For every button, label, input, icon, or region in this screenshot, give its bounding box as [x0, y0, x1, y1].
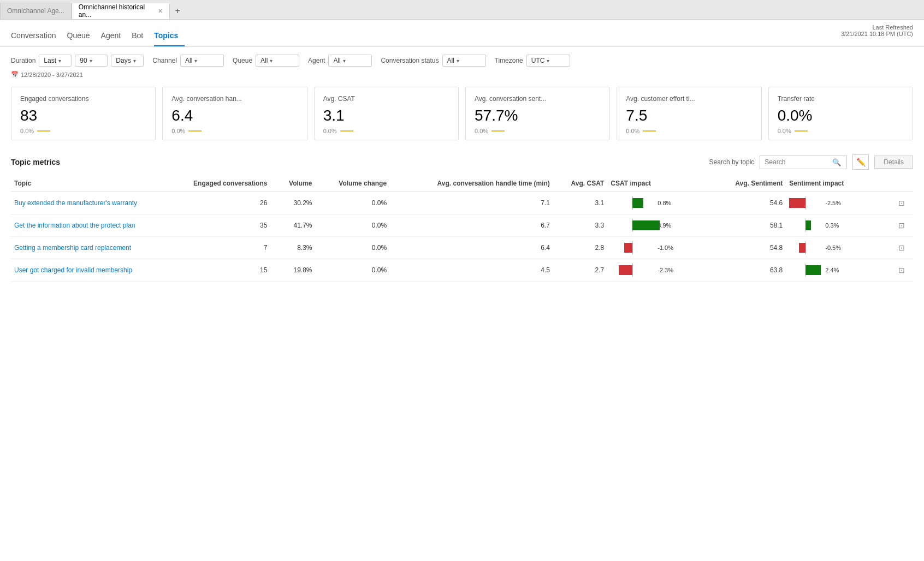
sentiment-impact-cell: -0.5%	[786, 237, 891, 259]
channel-value: All	[185, 57, 192, 64]
avg-csat-cell: 2.7	[553, 259, 607, 282]
pencil-icon: ✏️	[856, 158, 866, 166]
channel-label: Channel	[152, 57, 177, 64]
active-tab-label: Omnichannel historical an...	[79, 3, 155, 19]
kpi-title-1: Avg. conversation han...	[171, 95, 298, 103]
nav-topics[interactable]: Topics	[154, 31, 185, 46]
agent-label: Agent	[308, 57, 325, 64]
metrics-controls: Search by topic 🔍 ✏️ Details	[709, 154, 913, 170]
close-icon[interactable]: ✕	[158, 8, 163, 15]
kpi-change-4: 0.0%	[626, 128, 639, 134]
avg-csat-cell: 3.3	[553, 214, 607, 237]
col-sentiment-impact: Sentiment impact	[786, 175, 891, 192]
date-range-value: 12/28/2020 - 3/27/2021	[21, 71, 83, 78]
filter-icon-button[interactable]: ✏️	[852, 154, 869, 170]
col-topic: Topic	[11, 175, 161, 192]
copy-icon[interactable]: ⊡	[898, 221, 905, 230]
engaged-cell: 7	[161, 237, 271, 259]
table-row[interactable]: Getting a membership card replacement 7 …	[11, 237, 913, 259]
kpi-card-5: Transfer rate 0.0% 0.0%	[768, 87, 913, 140]
kpi-change-2: 0.0%	[323, 128, 337, 134]
queue-label: Queue	[233, 57, 252, 64]
copy-icon-cell[interactable]: ⊡	[891, 259, 913, 282]
kpi-value-1: 6.4	[171, 107, 298, 124]
unit-chevron-icon: ▾	[133, 58, 136, 64]
col-engaged: Engaged conversations	[161, 175, 271, 192]
duration-chevron-icon: ▾	[58, 58, 61, 64]
inactive-tab-label: Omnichannel Age...	[7, 7, 64, 15]
engaged-cell: 15	[161, 259, 271, 282]
table-row[interactable]: User got charged for invalid membership …	[11, 259, 913, 282]
kpi-title-0: Engaged conversations	[20, 95, 146, 103]
volume-change-cell: 0.0%	[316, 259, 390, 282]
avg-csat-cell: 3.1	[553, 192, 607, 214]
copy-icon[interactable]: ⊡	[898, 199, 905, 207]
search-by-topic-label: Search by topic	[709, 158, 755, 166]
kpi-title-2: Avg. CSAT	[323, 95, 449, 103]
avg-handle-cell: 6.4	[390, 237, 553, 259]
col-csat-impact: CSAT impact	[607, 175, 712, 192]
duration-unit-select[interactable]: Days ▾	[111, 55, 144, 67]
calendar-icon: 📅	[11, 71, 19, 78]
kpi-footer-3: 0.0%	[475, 128, 601, 134]
duration-value: Last	[44, 57, 56, 64]
kpi-value-0: 83	[20, 107, 146, 124]
inactive-tab[interactable]: Omnichannel Age...	[0, 3, 72, 19]
avg-handle-cell: 6.7	[390, 214, 553, 237]
volume-cell: 19.8%	[270, 259, 315, 282]
nav-queue[interactable]: Queue	[67, 31, 97, 46]
csat-impact-cell: -1.0%	[607, 237, 712, 259]
active-tab[interactable]: Omnichannel historical an... ✕	[72, 3, 170, 19]
copy-icon-cell[interactable]: ⊡	[891, 237, 913, 259]
search-input[interactable]	[765, 158, 830, 166]
kpi-card-3: Avg. conversation sent... 57.7% 0.0%	[465, 87, 610, 140]
metrics-title: Topic metrics	[11, 158, 60, 166]
engaged-cell: 35	[161, 214, 271, 237]
duration-unit: Days	[116, 57, 131, 64]
copy-icon[interactable]: ⊡	[898, 266, 905, 274]
kpi-card-2: Avg. CSAT 3.1 0.0%	[314, 87, 459, 140]
top-nav: Conversation Queue Agent Bot Topics Last…	[0, 20, 924, 47]
avg-handle-cell: 4.5	[390, 259, 553, 282]
kpi-value-5: 0.0%	[778, 107, 904, 124]
sentiment-impact-cell: 0.3%	[786, 214, 891, 237]
kpi-change-5: 0.0%	[778, 128, 791, 134]
duration-days-select[interactable]: 90 ▾	[75, 55, 108, 67]
search-box[interactable]: 🔍	[760, 156, 847, 169]
nav-conversation[interactable]: Conversation	[11, 31, 63, 46]
conv-status-value: All	[447, 57, 454, 64]
kpi-card-0: Engaged conversations 83 0.0%	[11, 87, 156, 140]
channel-select[interactable]: All ▾	[180, 55, 224, 67]
avg-sentiment-cell: 63.8	[712, 259, 786, 282]
queue-chevron-icon: ▾	[270, 58, 273, 64]
date-range: 📅 12/28/2020 - 3/27/2021	[0, 70, 924, 79]
nav-bot[interactable]: Bot	[132, 31, 150, 46]
kpi-footer-1: 0.0%	[171, 128, 298, 134]
timezone-select[interactable]: UTC ▾	[526, 55, 570, 67]
add-tab-button[interactable]: +	[170, 6, 186, 16]
engaged-cell: 26	[161, 192, 271, 214]
duration-days: 90	[80, 57, 87, 64]
kpi-change-0: 0.0%	[20, 128, 34, 134]
conv-status-label: Conversation status	[381, 57, 439, 64]
topic-name-cell: Get the information about the protect pl…	[11, 214, 161, 237]
csat-impact-cell: 3.9%	[607, 214, 712, 237]
table-row[interactable]: Get the information about the protect pl…	[11, 214, 913, 237]
volume-change-cell: 0.0%	[316, 214, 390, 237]
agent-select[interactable]: All ▾	[328, 55, 372, 67]
kpi-title-4: Avg. customer effort ti...	[626, 95, 752, 103]
details-button[interactable]: Details	[874, 156, 913, 169]
duration-value-select[interactable]: Last ▾	[39, 55, 72, 67]
queue-select[interactable]: All ▾	[256, 55, 299, 67]
nav-agent[interactable]: Agent	[101, 31, 128, 46]
conv-status-select[interactable]: All ▾	[442, 55, 486, 67]
duration-label: Duration	[11, 57, 35, 64]
kpi-bar-4	[643, 130, 656, 132]
kpi-card-1: Avg. conversation han... 6.4 0.0%	[162, 87, 307, 140]
last-refreshed-label: Last Refreshed	[841, 24, 913, 31]
copy-icon-cell[interactable]: ⊡	[891, 192, 913, 214]
last-refreshed-value: 3/21/2021 10:18 PM (UTC)	[841, 31, 913, 37]
copy-icon[interactable]: ⊡	[898, 243, 905, 252]
table-row[interactable]: Buy extended the manufacturer's warranty…	[11, 192, 913, 214]
copy-icon-cell[interactable]: ⊡	[891, 214, 913, 237]
